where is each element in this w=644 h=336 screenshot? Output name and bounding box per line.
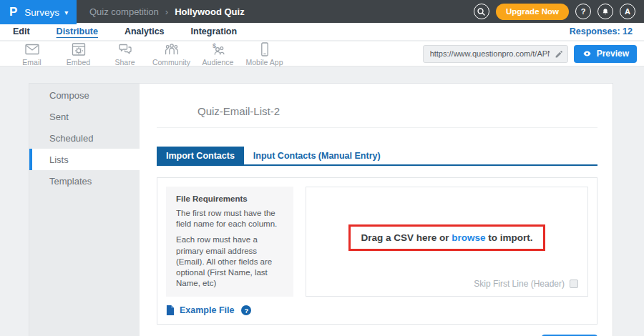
distribute-channels-toolbar: Email Embed Share Community — [0, 41, 644, 66]
tab-edit[interactable]: Edit — [13, 26, 30, 36]
dropzone-text-before: Drag a CSV here or — [361, 232, 452, 243]
tab-import-contacts[interactable]: Import Contacts — [157, 147, 244, 164]
account-avatar[interactable]: A — [620, 4, 635, 19]
upgrade-now-button[interactable]: Upgrade Now — [496, 4, 569, 20]
chevron-down-icon: ▾ — [64, 9, 68, 16]
notifications-button[interactable] — [597, 4, 613, 19]
embed-icon — [69, 41, 88, 58]
file-icon — [166, 305, 175, 315]
channel-mobile-app[interactable]: Mobile App — [241, 41, 288, 66]
skip-first-line-row: Skip First Line (Header) — [474, 279, 578, 289]
list-name-title[interactable]: Quiz-Email-List-2 — [157, 105, 597, 117]
help-button[interactable]: ? — [575, 4, 591, 19]
top-navigation-bar: P Surveys ▾ Quiz competition › Hollywood… — [0, 0, 644, 23]
bell-icon — [601, 7, 610, 16]
survey-url-field — [423, 45, 568, 63]
dropzone-instruction-highlight: Drag a CSV here or browse to import. — [348, 224, 545, 251]
search-icon — [477, 7, 486, 16]
section-tabs: Edit Distribute Analytics Integration — [0, 26, 237, 36]
title-divider — [157, 127, 597, 128]
channel-audience[interactable]: $ Audience — [195, 41, 241, 66]
import-contacts-panel: File Requirements The first row must hav… — [157, 177, 597, 325]
channel-label: Email — [22, 58, 41, 66]
survey-section-nav: Edit Distribute Analytics Integration Re… — [0, 23, 644, 41]
product-name: Surveys — [24, 7, 59, 18]
csv-dropzone[interactable]: Drag a CSV here or browse to import. Ski… — [306, 187, 588, 297]
file-requirements-heading: File Requirements — [176, 194, 283, 203]
channel-email[interactable]: Email — [9, 41, 55, 66]
dropzone-text-after: to import. — [486, 232, 533, 243]
file-requirements-paragraph: Each row must have a primary email addre… — [176, 234, 283, 289]
channel-label: Audience — [203, 58, 234, 66]
preview-button[interactable]: Preview — [574, 45, 637, 63]
tab-input-contacts-manual[interactable]: Input Contacts (Manual Entry) — [244, 147, 390, 164]
community-icon — [162, 41, 181, 58]
preview-label: Preview — [597, 49, 629, 59]
tab-integration[interactable]: Integration — [191, 26, 238, 36]
toolbar-right: Preview — [423, 45, 644, 63]
tab-distribute[interactable]: Distribute — [57, 26, 98, 36]
example-file-row: Example File ? — [166, 305, 588, 315]
topbar-actions: Upgrade Now ? A — [474, 4, 644, 20]
survey-url-input[interactable] — [424, 49, 552, 58]
eye-icon — [582, 49, 592, 58]
channel-label: Mobile App — [246, 58, 283, 66]
channel-share[interactable]: Share — [102, 41, 148, 66]
email-sidebar: Compose Sent Scheduled Lists Templates — [29, 84, 140, 336]
import-panel-top: File Requirements The first row must hav… — [166, 187, 588, 297]
skip-first-line-checkbox[interactable] — [570, 280, 578, 288]
channel-list: Email Embed Share Community — [0, 41, 288, 66]
product-switcher[interactable]: P Surveys ▾ — [0, 0, 77, 24]
channel-label: Embed — [67, 58, 90, 66]
file-requirements-box: File Requirements The first row must hav… — [166, 187, 293, 297]
responses-count[interactable]: Responses: 12 — [570, 26, 644, 36]
sidebar-item-compose[interactable]: Compose — [29, 84, 140, 106]
channel-label: Community — [152, 58, 190, 66]
channel-community[interactable]: Community — [148, 41, 195, 66]
file-requirements-paragraph: The first row must have the field name f… — [176, 208, 283, 229]
channel-label: Share — [114, 58, 135, 66]
email-icon — [23, 41, 42, 58]
example-file-link[interactable]: Example File — [180, 305, 234, 315]
search-button[interactable] — [474, 4, 489, 19]
audience-icon: $ — [209, 41, 228, 58]
channel-embed[interactable]: Embed — [55, 41, 102, 66]
mobile-app-icon — [255, 41, 274, 58]
breadcrumb-separator-icon: › — [165, 6, 168, 17]
share-icon — [116, 41, 135, 58]
contacts-tabs: Import Contacts Input Contacts (Manual E… — [157, 147, 597, 166]
breadcrumb-current: Hollywood Quiz — [175, 6, 245, 17]
skip-first-line-label: Skip First Line (Header) — [474, 279, 565, 289]
lists-content: Quiz-Email-List-2 Import Contacts Input … — [140, 84, 613, 336]
breadcrumb-parent[interactable]: Quiz competition — [89, 6, 159, 17]
email-lists-panel: Compose Sent Scheduled Lists Templates Q… — [29, 83, 613, 336]
sidebar-item-scheduled[interactable]: Scheduled — [29, 127, 140, 149]
tab-analytics[interactable]: Analytics — [125, 26, 165, 36]
edit-url-button[interactable] — [552, 49, 567, 59]
svg-text:$: $ — [213, 42, 216, 49]
pencil-icon — [555, 49, 564, 59]
sidebar-item-templates[interactable]: Templates — [29, 170, 140, 192]
sidebar-item-lists[interactable]: Lists — [29, 149, 140, 170]
sidebar-item-sent[interactable]: Sent — [29, 106, 140, 127]
browse-link[interactable]: browse — [452, 232, 485, 243]
breadcrumb: Quiz competition › Hollywood Quiz — [89, 6, 245, 17]
help-icon[interactable]: ? — [241, 305, 251, 315]
questionpro-logo-icon: P — [9, 5, 17, 19]
